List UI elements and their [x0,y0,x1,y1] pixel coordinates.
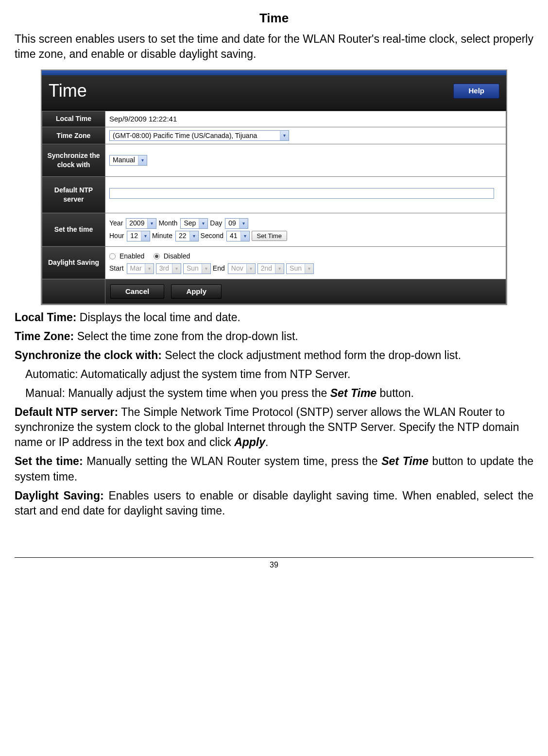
hour-label: Hour [109,231,124,241]
field-time-zone: (GMT-08:00) Pacific Time (US/Canada), Ti… [105,127,506,144]
daylight-enabled-label: Enabled [120,252,144,261]
end-day-select[interactable]: Sun▾ [286,263,314,274]
day-label: Day [210,219,222,228]
minute-value: 22 [176,231,189,241]
ntp-server-input[interactable] [109,188,494,199]
panel-title: Time [49,79,87,103]
start-day-value: Sun [184,264,202,273]
chevron-down-icon: ▾ [138,155,147,165]
page-footer: 39 [15,557,533,570]
day-select[interactable]: 09▾ [225,218,248,229]
chevron-down-icon: ▾ [275,264,284,274]
start-day-select[interactable]: Sun▾ [183,263,211,274]
window-titlebar [42,70,506,75]
description-section: Local Time: Displays the local time and … [15,310,533,518]
apply-button[interactable]: Apply [171,284,222,299]
help-button[interactable]: Help [453,84,499,98]
chevron-down-icon: ▾ [240,231,249,241]
chevron-down-icon: ▾ [145,264,154,274]
chevron-down-icon: ▾ [199,219,207,228]
config-table: Local Time Sep/9/2009 12:22:41 Time Zone… [42,111,506,304]
panel-header: Time Help [42,75,506,111]
desc-sync: Synchronize the clock with: Select the c… [15,348,533,363]
second-select[interactable]: 41▾ [226,231,250,241]
label-set-time: Set the time [42,213,105,246]
desc-set-time: Set the time: Manually setting the WLAN … [15,454,533,484]
chevron-down-icon: ▾ [246,264,255,274]
sync-selected: Manual [110,155,138,165]
chevron-down-icon: ▾ [141,231,150,241]
year-label: Year [109,219,123,228]
minute-label: Minute [152,231,172,241]
page-title: Time [15,10,533,27]
chevron-down-icon: ▾ [280,131,289,140]
field-daylight: Enabled Disabled Start Mar▾ 3rd▾ Sun▾ En… [105,246,506,279]
daylight-end-label: End [213,264,225,273]
chevron-down-icon: ▾ [147,219,156,228]
start-month-value: Mar [127,264,145,273]
time-zone-select[interactable]: (GMT-08:00) Pacific Time (US/Canada), Ti… [109,130,289,141]
year-value: 2009 [126,219,147,228]
label-local-time: Local Time [42,111,105,127]
daylight-start-label: Start [109,264,124,273]
field-ntp [105,176,506,213]
label-time-zone: Time Zone [42,127,105,144]
desc-daylight: Daylight Saving: Enables users to enable… [15,488,533,518]
day-value: 09 [225,219,239,228]
router-screenshot: Time Help Local Time Sep/9/2009 12:22:41… [41,69,507,305]
desc-local-time: Local Time: Displays the local time and … [15,310,533,325]
start-week-value: 3rd [156,264,172,273]
end-week-select[interactable]: 2nd▾ [257,263,284,274]
minute-select[interactable]: 22▾ [175,231,199,241]
intro-text: This screen enables users to set the tim… [15,32,533,62]
desc-time-zone: Time Zone: Select the time zone from the… [15,329,533,344]
footer-buttons: Cancel Apply [105,279,506,304]
desc-sync-auto: Automatic: Automatically adjust the syst… [25,367,533,382]
time-zone-selected: (GMT-08:00) Pacific Time (US/Canada), Ti… [110,131,280,140]
month-select[interactable]: Sep▾ [180,218,208,229]
set-time-button[interactable]: Set Time [252,231,287,241]
month-value: Sep [181,219,199,228]
start-month-select[interactable]: Mar▾ [127,263,154,274]
sync-select[interactable]: Manual ▾ [109,155,147,166]
chevron-down-icon: ▾ [172,264,181,274]
label-daylight: Daylight Saving [42,246,105,279]
end-week-value: 2nd [258,264,275,273]
hour-value: 12 [127,231,141,241]
desc-sync-manual: Manual: Manually adjust the system time … [25,386,533,401]
desc-ntp: Default NTP server: The Simple Network T… [15,405,533,450]
end-month-select[interactable]: Nov▾ [228,263,256,274]
end-month-value: Nov [228,264,246,273]
start-week-select[interactable]: 3rd▾ [156,263,181,274]
daylight-enabled-radio[interactable] [109,253,116,259]
hour-select[interactable]: 12▾ [127,231,150,241]
daylight-disabled-label: Disabled [164,252,190,261]
second-value: 41 [227,231,240,241]
year-select[interactable]: 2009▾ [126,218,156,229]
value-local-time: Sep/9/2009 12:22:41 [105,111,506,127]
chevron-down-icon: ▾ [202,264,210,274]
field-set-time: Year 2009▾ Month Sep▾ Day 09▾ Hour 12▾ M… [105,213,506,246]
footer-spacer [42,279,105,304]
cancel-button[interactable]: Cancel [110,284,164,299]
daylight-disabled-radio[interactable] [154,253,160,259]
chevron-down-icon: ▾ [239,219,248,228]
field-sync: Manual ▾ [105,144,506,177]
month-label: Month [158,219,177,228]
end-day-value: Sun [287,264,305,273]
chevron-down-icon: ▾ [305,264,313,274]
chevron-down-icon: ▾ [189,231,198,241]
second-label: Second [201,231,223,241]
label-ntp: Default NTP server [42,176,105,213]
label-sync: Synchronize the clock with [42,144,105,177]
